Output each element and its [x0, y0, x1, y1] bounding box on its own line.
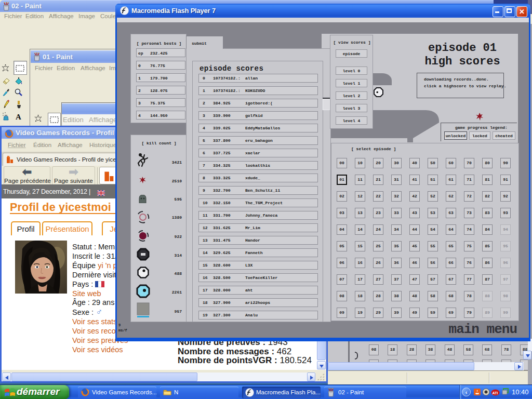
svg-text:ATI: ATI [493, 391, 498, 395]
